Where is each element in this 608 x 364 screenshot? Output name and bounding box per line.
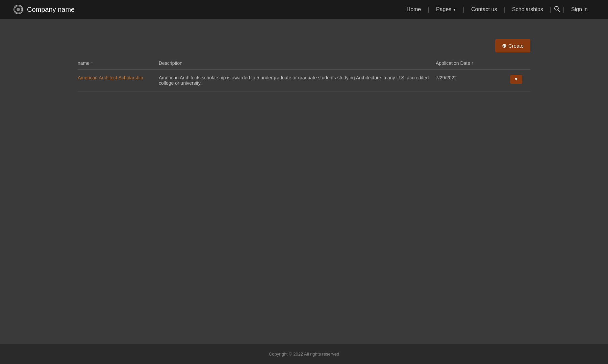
svg-line-3 (558, 10, 560, 11)
svg-point-1 (17, 8, 20, 11)
table-row: American Architect Scholarship American … (78, 70, 530, 92)
brand-name: Company name (27, 6, 75, 14)
cell-name[interactable]: American Architect Scholarship (78, 75, 159, 80)
nav-item-contact[interactable]: Contact us (464, 6, 504, 12)
search-icon (554, 6, 560, 12)
footer: Copyright © 2022 All rights reserved (0, 344, 608, 364)
cell-actions: ▼ (510, 75, 530, 84)
table-header: name ↑ Description Application Date ↑ (78, 60, 530, 70)
col-header-description: Description (159, 60, 436, 66)
col-header-date: Application Date ↑ (436, 60, 510, 66)
plus-icon: ⊕ (502, 43, 506, 49)
nav-item-scholarships[interactable]: Scholarships (505, 6, 550, 12)
signin-link[interactable]: Sign in (564, 6, 594, 12)
svg-point-0 (15, 6, 22, 13)
cell-date: 7/29/2022 (436, 75, 510, 80)
nav-menu: Home | Pages ▼ | Contact us | Scholarshi… (400, 4, 594, 15)
brand[interactable]: Company name (14, 5, 75, 14)
sort-arrow-date[interactable]: ↑ (472, 61, 474, 66)
cell-description: American Architects scholarship is award… (159, 75, 436, 86)
scholarships-table: name ↑ Description Application Date ↑ Am… (78, 60, 530, 92)
col-header-actions (510, 60, 530, 66)
main-content: ⊕ Create name ↑ Description Application … (0, 19, 608, 330)
chevron-down-icon: ▼ (514, 77, 518, 82)
brand-icon (14, 5, 23, 14)
pages-dropdown-icon: ▼ (453, 8, 456, 11)
copyright-text: Copyright © 2022 All rights reserved (269, 352, 339, 357)
toolbar: ⊕ Create (78, 39, 530, 52)
navbar: Company name Home | Pages ▼ | Contact us… (0, 0, 608, 19)
nav-item-pages[interactable]: Pages ▼ (429, 6, 463, 12)
col-header-name: name ↑ (78, 60, 159, 66)
create-button[interactable]: ⊕ Create (495, 39, 530, 52)
nav-item-home[interactable]: Home (400, 6, 428, 12)
search-button[interactable] (551, 4, 563, 15)
row-action-button[interactable]: ▼ (510, 75, 522, 84)
sort-arrow-name[interactable]: ↑ (91, 61, 93, 66)
